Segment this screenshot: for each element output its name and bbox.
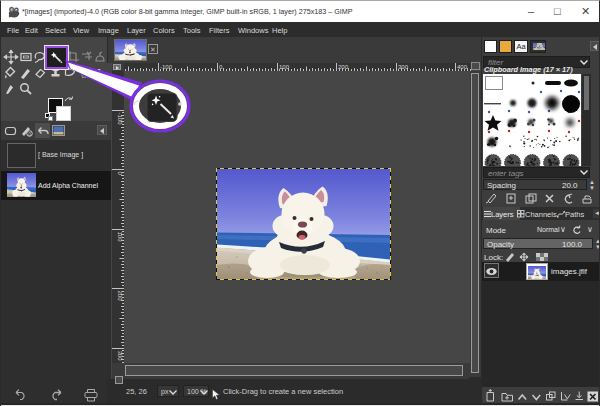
svg-text:A: A bbox=[95, 67, 103, 79]
svg-text:200: 200 bbox=[117, 291, 123, 302]
svg-text:400: 400 bbox=[457, 64, 468, 70]
svg-text:-100: -100 bbox=[160, 64, 173, 70]
svg-text:200: 200 bbox=[338, 64, 349, 70]
svg-text:0: 0 bbox=[28, 131, 31, 137]
svg-text:0: 0 bbox=[219, 64, 223, 70]
